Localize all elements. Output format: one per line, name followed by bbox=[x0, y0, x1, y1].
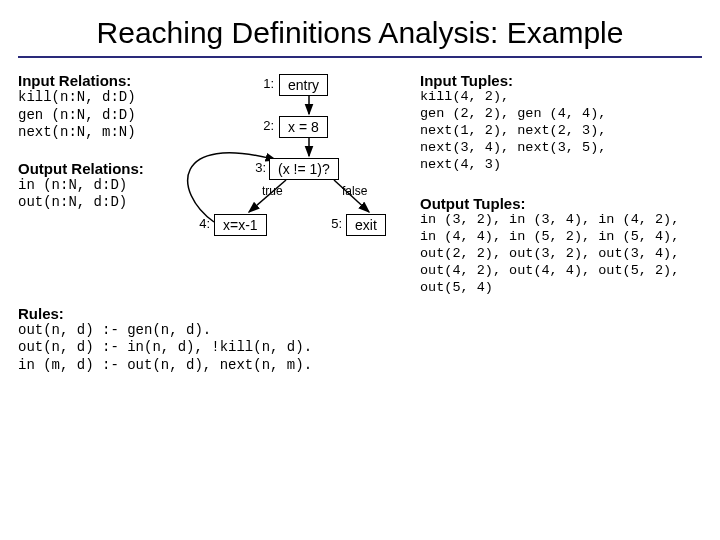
input-tuples-heading: Input Tuples: bbox=[420, 72, 702, 89]
cfg-edges bbox=[184, 72, 414, 302]
output-relations-code: in (n:N, d:D) out(n:N, d:D) bbox=[18, 177, 178, 212]
cfg-node-num-1: 1: bbox=[254, 76, 274, 91]
input-tuples-code: kill(4, 2), gen (2, 2), gen (4, 4), next… bbox=[420, 89, 702, 173]
cfg-edge-label-true: true bbox=[262, 184, 283, 198]
rules-block: Rules: out(n, d) :- gen(n, d). out(n, d)… bbox=[18, 305, 398, 375]
rules-code: out(n, d) :- gen(n, d). out(n, d) :- in(… bbox=[18, 322, 398, 375]
cfg-node-update: x=x-1 bbox=[214, 214, 267, 236]
input-relations-code: kill(n:N, d:D) gen (n:N, d:D) next(n:N, … bbox=[18, 89, 178, 142]
output-relations-heading: Output Relations: bbox=[18, 160, 178, 177]
right-column: Input Tuples: kill(4, 2), gen (2, 2), ge… bbox=[420, 72, 702, 297]
cfg-node-num-3: 3: bbox=[246, 160, 266, 175]
cfg-node-exit: exit bbox=[346, 214, 386, 236]
cfg-edge-label-false: false bbox=[342, 184, 367, 198]
page-title: Reaching Definitions Analysis: Example bbox=[18, 16, 702, 50]
left-column: Input Relations: kill(n:N, d:D) gen (n:N… bbox=[18, 72, 178, 297]
input-relations-heading: Input Relations: bbox=[18, 72, 178, 89]
title-rule bbox=[18, 56, 702, 58]
cfg-diagram: 1: entry 2: x = 8 3: (x != 1)? true fals… bbox=[184, 72, 414, 292]
cfg-node-assign: x = 8 bbox=[279, 116, 328, 138]
cfg-node-cond: (x != 1)? bbox=[269, 158, 339, 180]
cfg-node-num-2: 2: bbox=[254, 118, 274, 133]
rules-heading: Rules: bbox=[18, 305, 398, 322]
output-relations-block: Output Relations: in (n:N, d:D) out(n:N,… bbox=[18, 160, 178, 212]
cfg-node-entry: entry bbox=[279, 74, 328, 96]
content-columns: Input Relations: kill(n:N, d:D) gen (n:N… bbox=[18, 72, 702, 297]
cfg-node-num-4: 4: bbox=[190, 216, 210, 231]
output-tuples-code: in (3, 2), in (3, 4), in (4, 2), in (4, … bbox=[420, 212, 702, 296]
slide: Reaching Definitions Analysis: Example I… bbox=[0, 0, 720, 540]
cfg-node-num-5: 5: bbox=[322, 216, 342, 231]
output-tuples-heading: Output Tuples: bbox=[420, 195, 702, 212]
